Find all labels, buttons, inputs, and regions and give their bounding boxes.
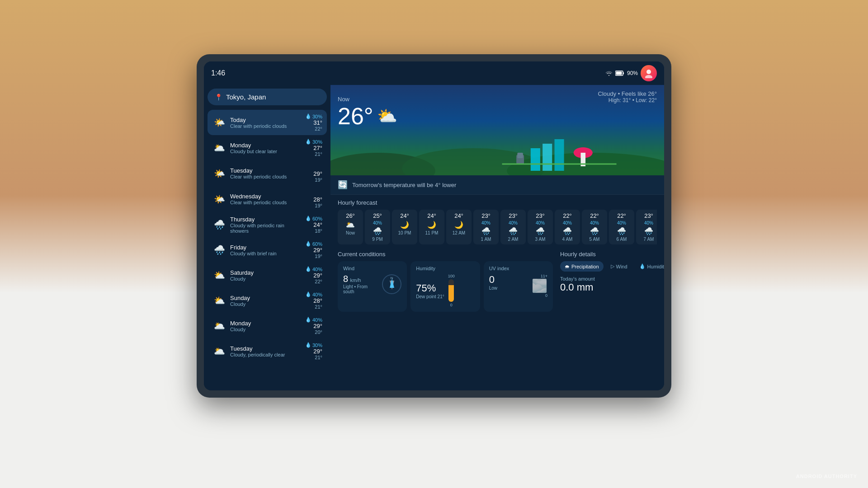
tomorrow-notice: 🔄 Tomorrow's temperature will be 4° lowe… xyxy=(330,175,664,195)
uv-title: UV index xyxy=(489,266,547,271)
conditions-title: Current conditions xyxy=(338,251,553,258)
day-item-9[interactable]: 🌥️ Tuesday Cloudy, periodically clear 💧3… xyxy=(208,338,327,364)
detail-tab-precipitation[interactable]: 🌧Precipitation xyxy=(560,261,604,272)
tablet-device: 1:46 90% xyxy=(197,54,671,398)
location-pin-icon: 📍 xyxy=(215,94,222,101)
day-icon-1: 🌥️ xyxy=(212,141,226,155)
svg-rect-8 xyxy=(531,148,540,171)
watermark: ANDROID AUTHORITY xyxy=(796,474,857,479)
day-item-5[interactable]: 🌧️ Friday Cloudy with brief rain 💧60% 29… xyxy=(208,237,327,263)
day-stats-4: 💧60% 24° 18° xyxy=(305,216,322,234)
day-info-8: Monday Cloudy xyxy=(230,320,302,332)
day-item-0[interactable]: 🌤️ Today Clear with periodic clouds 💧30%… xyxy=(208,110,327,135)
hourly-item-3[interactable]: 24° 🌙 11 PM xyxy=(419,210,444,244)
weather-icon: ⛅ xyxy=(377,107,397,126)
svg-point-3 xyxy=(646,70,651,74)
compass: N xyxy=(382,274,401,294)
amount-value: 0.0 mm xyxy=(560,282,657,293)
day-info-3: Wednesday Clear with periodic clouds xyxy=(230,193,310,205)
hourly-item-8[interactable]: 22° 40% 🌧️ 4 AM xyxy=(555,210,580,244)
current-temperature: 26° ⛅ xyxy=(338,103,397,130)
location-bar[interactable]: 📍 Tokyo, Japan xyxy=(208,89,327,105)
day-stats-1: 💧30% 27° 21° xyxy=(305,139,322,157)
battery-percent: 90% xyxy=(627,70,638,76)
day-stats-3: 28° 19° xyxy=(313,190,322,208)
now-label: Now xyxy=(338,96,397,103)
compass-arrow xyxy=(390,279,394,288)
location-text: Tokyo, Japan xyxy=(226,93,266,101)
right-panel: Cloudy • Feels like 26° High: 31° • Low:… xyxy=(330,85,664,390)
humidity-min: 0 xyxy=(450,303,453,307)
day-icon-8: 🌥️ xyxy=(212,319,226,333)
tablet-screen: 1:46 90% xyxy=(204,61,664,390)
uv-max: 11+ xyxy=(541,274,547,278)
day-stats-8: 💧40% 29° 20° xyxy=(305,317,322,335)
humidity-max: 100 xyxy=(448,274,455,278)
sidebar: 📍 Tokyo, Japan 🌤️ Today Clear with perio… xyxy=(204,85,330,390)
hourly-title: Hourly forecast xyxy=(338,199,657,206)
day-item-1[interactable]: 🌥️ Monday Cloudy but clear later 💧30% 27… xyxy=(208,135,327,160)
svg-rect-2 xyxy=(623,72,624,74)
details-title: Hourly details xyxy=(560,251,657,258)
wind-card: Wind 8 km/h Light • From south N xyxy=(338,261,407,312)
wind-unit: km/h xyxy=(350,277,361,283)
uv-icon: 🌫️ xyxy=(532,278,547,293)
wifi-icon xyxy=(605,70,613,76)
hourly-list: 26° 🌥️ Now 25° 40% 🌧️ 9 PM 24° 🌙 10 PM 2… xyxy=(338,210,657,244)
day-info-6: Saturday Cloudy xyxy=(230,269,302,282)
main-content: 📍 Tokyo, Japan 🌤️ Today Clear with perio… xyxy=(204,85,664,390)
hourly-item-0[interactable]: 26° 🌥️ Now xyxy=(338,210,363,244)
day-info-4: Thursday Cloudy with periodic rain showe… xyxy=(230,216,302,234)
hourly-item-9[interactable]: 22° 40% 🌧️ 5 AM xyxy=(582,210,607,244)
status-icons: 90% xyxy=(605,65,657,81)
day-icon-0: 🌤️ xyxy=(212,115,226,130)
hourly-item-11[interactable]: 23° 40% 🌧️ 7 AM xyxy=(636,210,657,244)
wind-title: Wind xyxy=(343,266,401,271)
hourly-item-4[interactable]: 24° 🌙 12 AM xyxy=(446,210,472,244)
day-item-7[interactable]: ⛅ Sunday Cloudy 💧40% 28° 21° xyxy=(208,288,327,313)
high-low: High: 31° • Low: 22° xyxy=(598,97,657,103)
user-avatar[interactable] xyxy=(641,65,657,81)
hero-top-right: Cloudy • Feels like 26° High: 31° • Low:… xyxy=(598,90,657,103)
humidity-bar xyxy=(448,279,454,302)
detail-tab-wind[interactable]: ▷Wind xyxy=(606,261,632,272)
day-stats-6: 💧40% 29° 22° xyxy=(305,266,322,284)
day-icon-9: 🌥️ xyxy=(212,344,226,358)
conditions-cards: Wind 8 km/h Light • From south N xyxy=(338,261,553,312)
hourly-item-5[interactable]: 23° 40% 🌧️ 1 AM xyxy=(473,210,499,244)
day-info-2: Tuesday Clear with periodic clouds xyxy=(230,167,310,179)
day-item-6[interactable]: ⛅ Saturday Cloudy 💧40% 29° 22° xyxy=(208,263,327,288)
humidity-card: Humidity 75% Dew point 21° xyxy=(410,261,480,312)
day-item-4[interactable]: 🌧️ Thursday Cloudy with periodic rain sh… xyxy=(208,212,327,237)
hourly-item-10[interactable]: 22° 40% 🌧️ 6 AM xyxy=(609,210,634,244)
hourly-item-1[interactable]: 25° 40% 🌧️ 9 PM xyxy=(365,210,390,244)
day-item-8[interactable]: 🌥️ Monday Cloudy 💧40% 29° 20° xyxy=(208,313,327,338)
day-icon-5: 🌧️ xyxy=(212,243,226,257)
current-temp-section: Now 26° ⛅ xyxy=(338,96,397,130)
wind-dial: 8 km/h Light • From south N xyxy=(343,274,401,294)
day-item-3[interactable]: 🌤️ Wednesday Clear with periodic clouds … xyxy=(208,186,327,212)
notice-icon: 🔄 xyxy=(338,180,348,190)
clock: 1:46 xyxy=(211,69,225,77)
day-stats-7: 💧40% 28° 21° xyxy=(305,291,322,310)
bottom-section: Current conditions Wind 8 km/h Light • F… xyxy=(330,247,664,390)
day-stats-2: 29° 19° xyxy=(313,164,322,183)
hourly-item-6[interactable]: 23° 40% 🌧️ 2 AM xyxy=(500,210,526,244)
notice-text: Tomorrow's temperature will be 4° lower xyxy=(352,182,456,188)
detail-tab-humidity[interactable]: 💧Humidity xyxy=(635,261,664,272)
humidity-value: 75% xyxy=(416,282,444,294)
svg-rect-1 xyxy=(616,72,622,75)
day-list: 🌤️ Today Clear with periodic clouds 💧30%… xyxy=(208,110,327,364)
day-icon-4: 🌧️ xyxy=(212,217,226,232)
svg-rect-14 xyxy=(517,153,523,158)
hourly-item-7[interactable]: 23° 40% 🌧️ 3 AM xyxy=(528,210,553,244)
uv-card: UV index 0 Low 11+ 🌫️ 0 xyxy=(484,261,553,312)
uv-label: Low xyxy=(489,286,497,291)
day-item-2[interactable]: 🌤️ Tuesday Clear with periodic clouds 29… xyxy=(208,160,327,186)
svg-rect-9 xyxy=(542,144,552,171)
day-stats-5: 💧60% 29° 19° xyxy=(305,241,322,259)
battery-icon xyxy=(615,70,624,76)
day-info-7: Sunday Cloudy xyxy=(230,295,302,307)
day-info-0: Today Clear with periodic clouds xyxy=(230,117,302,129)
hourly-item-2[interactable]: 24° 🌙 10 PM xyxy=(392,210,417,244)
